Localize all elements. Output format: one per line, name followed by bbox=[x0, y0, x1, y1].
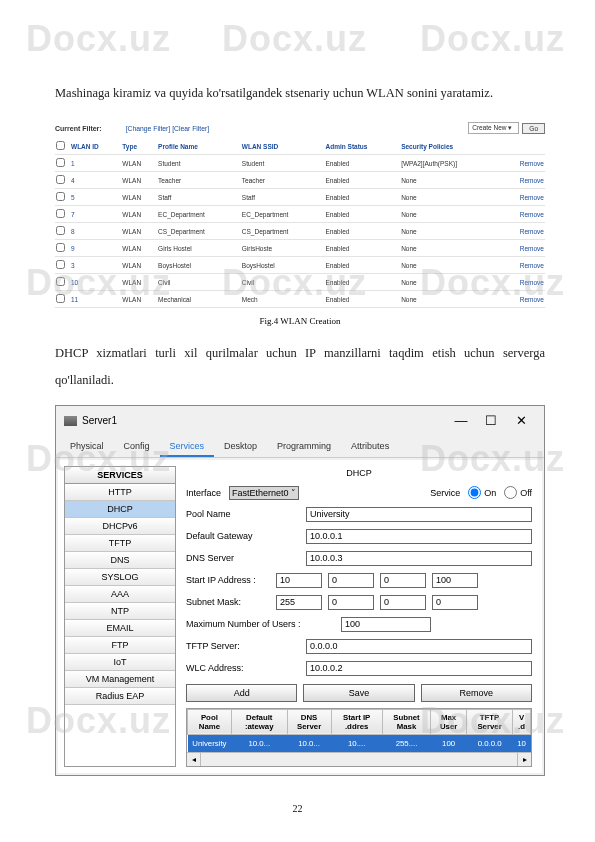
max-users-label: Maximum Number of Users : bbox=[186, 619, 341, 629]
wlan-remove-link[interactable]: Remove bbox=[520, 211, 544, 218]
wlan-row: 8WLANCS_DepartmentCS_DepartmentEnabledNo… bbox=[55, 223, 545, 240]
interface-select[interactable]: FastEthernet0 ˅ bbox=[229, 486, 299, 500]
service-item-vm-management[interactable]: VM Management bbox=[65, 671, 175, 688]
service-item-radius-eap[interactable]: Radius EAP bbox=[65, 688, 175, 705]
service-item-syslog[interactable]: SYSLOG bbox=[65, 569, 175, 586]
dhcp-table-header: V .d bbox=[513, 709, 531, 734]
wlan-id-link[interactable]: 7 bbox=[71, 211, 75, 218]
wlan-remove-link[interactable]: Remove bbox=[520, 160, 544, 167]
create-new-select[interactable]: Create New ▾ bbox=[468, 122, 519, 134]
tab-programming[interactable]: Programming bbox=[267, 436, 341, 457]
wlan-row-checkbox[interactable] bbox=[56, 260, 65, 269]
wlan-row-checkbox[interactable] bbox=[56, 226, 65, 235]
gateway-input[interactable] bbox=[306, 529, 532, 544]
wlan-id-link[interactable]: 4 bbox=[71, 177, 75, 184]
clear-filter-link[interactable]: [Clear Filter] bbox=[172, 125, 209, 132]
service-item-dhcp[interactable]: DHCP bbox=[65, 501, 175, 518]
wlan-row-checkbox[interactable] bbox=[56, 158, 65, 167]
wlan-row-checkbox[interactable] bbox=[56, 209, 65, 218]
remove-button[interactable]: Remove bbox=[421, 684, 532, 702]
dns-input[interactable] bbox=[306, 551, 532, 566]
service-item-email[interactable]: EMAIL bbox=[65, 620, 175, 637]
subnet-4[interactable] bbox=[432, 595, 478, 610]
minimize-button[interactable]: — bbox=[446, 412, 476, 430]
wlan-remove-link[interactable]: Remove bbox=[520, 296, 544, 303]
gateway-label: Default Gateway bbox=[186, 531, 306, 541]
wlan-row: 1WLANStudentStudentEnabled[WPA2][Auth(PS… bbox=[55, 155, 545, 172]
wlan-remove-link[interactable]: Remove bbox=[520, 279, 544, 286]
service-off-radio[interactable] bbox=[504, 486, 517, 499]
go-button[interactable]: Go bbox=[522, 123, 545, 134]
service-on-radio[interactable] bbox=[468, 486, 481, 499]
wlan-remove-link[interactable]: Remove bbox=[520, 177, 544, 184]
service-item-dns[interactable]: DNS bbox=[65, 552, 175, 569]
service-item-dhcpv6[interactable]: DHCPv6 bbox=[65, 518, 175, 535]
dhcp-pool-table: Pool NameDefault :atewayDNS ServerStart … bbox=[186, 708, 532, 767]
close-button[interactable]: ✕ bbox=[506, 412, 536, 430]
paragraph-1: Mashinaga kiramiz va quyida ko'rsatilgan… bbox=[55, 80, 545, 106]
services-header: SERVICES bbox=[65, 467, 175, 484]
dhcp-table-row[interactable]: University10.0...10.0...10....255....100… bbox=[188, 734, 531, 752]
interface-label: Interface bbox=[186, 488, 221, 498]
wlan-row-checkbox[interactable] bbox=[56, 294, 65, 303]
maximize-button[interactable]: ☐ bbox=[476, 412, 506, 430]
wlan-row: 10WLANCivilCivilEnabledNoneRemove bbox=[55, 274, 545, 291]
service-item-ftp[interactable]: FTP bbox=[65, 637, 175, 654]
wlan-row: 11WLANMechanicalMechEnabledNoneRemove bbox=[55, 291, 545, 308]
wlan-id-link[interactable]: 8 bbox=[71, 228, 75, 235]
wlan-id-link[interactable]: 10 bbox=[71, 279, 78, 286]
pool-name-input[interactable] bbox=[306, 507, 532, 522]
service-item-aaa[interactable]: AAA bbox=[65, 586, 175, 603]
dhcp-panel: DHCP Interface FastEthernet0 ˅ Service O… bbox=[182, 466, 536, 767]
start-ip-3[interactable] bbox=[380, 573, 426, 588]
service-item-ntp[interactable]: NTP bbox=[65, 603, 175, 620]
wlan-section: Current Filter: [Change Filter] [Clear F… bbox=[55, 118, 545, 308]
service-item-iot[interactable]: IoT bbox=[65, 654, 175, 671]
save-button[interactable]: Save bbox=[303, 684, 414, 702]
start-ip-2[interactable] bbox=[328, 573, 374, 588]
tab-physical[interactable]: Physical bbox=[60, 436, 114, 457]
scroll-left-icon[interactable]: ◂ bbox=[187, 752, 201, 766]
wlan-remove-link[interactable]: Remove bbox=[520, 228, 544, 235]
wlan-id-link[interactable]: 9 bbox=[71, 245, 75, 252]
dns-label: DNS Server bbox=[186, 553, 306, 563]
wlan-id-link[interactable]: 1 bbox=[71, 160, 75, 167]
page-number: 22 bbox=[0, 803, 595, 814]
service-item-http[interactable]: HTTP bbox=[65, 484, 175, 501]
tab-desktop[interactable]: Desktop bbox=[214, 436, 267, 457]
wlan-row: 3WLANBoysHostelBoysHostelEnabledNoneRemo… bbox=[55, 257, 545, 274]
start-ip-4[interactable] bbox=[432, 573, 478, 588]
tab-services[interactable]: Services bbox=[160, 436, 215, 457]
wlan-row: 5WLANStaffStaffEnabledNoneRemove bbox=[55, 189, 545, 206]
wlan-row-checkbox[interactable] bbox=[56, 277, 65, 286]
wlan-id-link[interactable]: 5 bbox=[71, 194, 75, 201]
paragraph-2: DHCP xizmatlari turli xil qurilmalar uch… bbox=[55, 340, 545, 393]
tftp-input[interactable] bbox=[306, 639, 532, 654]
wlan-row-checkbox[interactable] bbox=[56, 175, 65, 184]
tab-attributes[interactable]: Attributes bbox=[341, 436, 399, 457]
subnet-3[interactable] bbox=[380, 595, 426, 610]
wlan-remove-link[interactable]: Remove bbox=[520, 194, 544, 201]
wlan-remove-link[interactable]: Remove bbox=[520, 262, 544, 269]
change-filter-link[interactable]: [Change Filter] bbox=[126, 125, 171, 132]
add-button[interactable]: Add bbox=[186, 684, 297, 702]
off-label: Off bbox=[520, 488, 532, 498]
max-users-input[interactable] bbox=[341, 617, 431, 632]
wlan-select-all-checkbox[interactable] bbox=[56, 141, 65, 150]
service-item-tftp[interactable]: TFTP bbox=[65, 535, 175, 552]
wlan-remove-link[interactable]: Remove bbox=[520, 245, 544, 252]
tftp-label: TFTP Server: bbox=[186, 641, 306, 651]
tab-config[interactable]: Config bbox=[114, 436, 160, 457]
dhcp-table-header: DNS Server bbox=[287, 709, 331, 734]
subnet-1[interactable] bbox=[276, 595, 322, 610]
subnet-2[interactable] bbox=[328, 595, 374, 610]
wlan-id-link[interactable]: 3 bbox=[71, 262, 75, 269]
wlan-row: 9WLANGirls HostelGirlsHosteEnabledNoneRe… bbox=[55, 240, 545, 257]
wlc-input[interactable] bbox=[306, 661, 532, 676]
wlan-id-link[interactable]: 11 bbox=[71, 296, 78, 303]
start-ip-1[interactable] bbox=[276, 573, 322, 588]
scroll-right-icon[interactable]: ▸ bbox=[517, 752, 531, 766]
wlan-row-checkbox[interactable] bbox=[56, 243, 65, 252]
wlc-label: WLC Address: bbox=[186, 663, 306, 673]
wlan-row-checkbox[interactable] bbox=[56, 192, 65, 201]
